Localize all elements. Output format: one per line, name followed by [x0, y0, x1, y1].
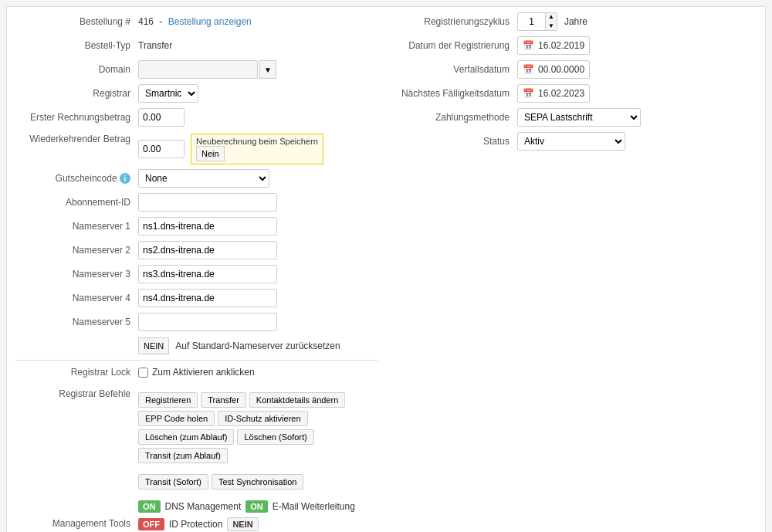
- id-off-badge[interactable]: OFF: [138, 518, 164, 530]
- nein-toggle-btn[interactable]: NEIN: [138, 337, 169, 354]
- abonnement-label: Abonnement-ID: [15, 197, 138, 208]
- bestellung-number: 416: [138, 16, 154, 27]
- btn-transfer[interactable]: Transfer: [201, 392, 246, 408]
- ns5-input[interactable]: [138, 313, 277, 331]
- nein-button[interactable]: Nein: [196, 146, 225, 161]
- ns4-input[interactable]: [138, 289, 277, 307]
- domain-label: Domain: [15, 64, 138, 75]
- domain-input-wrap: ▼: [138, 60, 276, 79]
- ns2-input[interactable]: [138, 241, 277, 259]
- btn-transit-sofort[interactable]: Transit (Sofort): [138, 474, 208, 490]
- dns-mgmt-label: DNS Management: [165, 501, 242, 512]
- btn-kontaktdetails[interactable]: Kontaktdetails ändern: [249, 392, 345, 408]
- zahlungs-select[interactable]: SEPA Lastschrift: [517, 108, 641, 127]
- mgmt-row: ON DNS Management ON E-Mail Weiterleitun…: [138, 497, 378, 532]
- id-protection-label: ID Protection: [169, 519, 222, 530]
- mgmt-label: Management Tools: [15, 518, 138, 529]
- naechstes-label: Nächstes Fälligkeitsdatum: [394, 88, 517, 99]
- datum-reg-value: 16.02.2019: [538, 40, 584, 51]
- cal-icon-reg: 📅: [523, 40, 534, 51]
- datum-reg-field[interactable]: 📅 16.02.2019: [517, 36, 590, 55]
- bestell-typ-value: Transfer: [138, 40, 172, 51]
- email-on-badge[interactable]: ON: [245, 500, 268, 513]
- domain-input[interactable]: [138, 60, 258, 79]
- gutschein-label: Gutscheincode i: [15, 173, 138, 185]
- ns3-input[interactable]: [138, 265, 277, 283]
- ns1-input[interactable]: [138, 217, 277, 236]
- datum-reg-label: Datum der Registrierung: [394, 40, 517, 51]
- spin-btns: ▲ ▼: [545, 12, 557, 31]
- bestellung-label: Bestellung #: [15, 16, 138, 27]
- gutschein-select[interactable]: None: [138, 169, 269, 188]
- ns5-label: Nameserver 5: [15, 317, 138, 327]
- verfalls-field[interactable]: 📅 00.00.0000: [517, 60, 590, 79]
- reg-zyklus-spin[interactable]: ▲ ▼: [517, 12, 557, 31]
- verfalls-value: 00.00.0000: [538, 64, 584, 75]
- dns-on-badge[interactable]: ON: [138, 500, 161, 513]
- spin-down-btn[interactable]: ▼: [546, 22, 557, 31]
- gutschein-info-icon[interactable]: i: [120, 173, 130, 184]
- cmd-buttons-row1: Registrieren Transfer Kontaktdetails änd…: [138, 388, 378, 467]
- registrar-befehle-label: Registrar Befehle: [15, 388, 138, 399]
- ns4-label: Nameserver 4: [15, 293, 138, 303]
- spin-up-btn[interactable]: ▲: [546, 12, 557, 22]
- domain-dropdown-btn[interactable]: ▼: [259, 60, 276, 79]
- registrar-label: Registrar: [15, 88, 138, 99]
- cal-icon-verfall: 📅: [523, 64, 534, 75]
- btn-transit-ablauf[interactable]: Transit (zum Ablauf): [138, 448, 228, 463]
- cmd-buttons-row2: Transit (Sofort) Test Synchronisation: [138, 470, 303, 493]
- registrar-lock-text: Zum Aktivieren anklicken: [152, 367, 255, 378]
- erster-betrag-input[interactable]: [138, 108, 185, 127]
- reg-zyklus-label: Registrierungszyklus: [394, 16, 517, 27]
- btn-loeschen-ablauf[interactable]: Löschen (zum Ablauf): [138, 429, 234, 445]
- ns2-label: Nameserver 2: [15, 245, 138, 256]
- status-label: Status: [394, 136, 517, 147]
- zahlungs-label: Zahlungsmethode: [394, 112, 517, 123]
- email-weiter-label: E-Mail Weiterleitung: [273, 501, 355, 512]
- abonnement-input[interactable]: [138, 193, 277, 212]
- registrar-lock-checkbox[interactable]: [138, 368, 148, 378]
- standard-ns-label: Auf Standard-Nameserver zurücksetzen: [175, 341, 340, 351]
- erster-betrag-label: Erster Rechnungsbetrag: [15, 112, 138, 123]
- registrar-lock-label: Registrar Lock: [15, 367, 138, 378]
- neuberechnung-title: Neuberechnung beim Speichern: [196, 137, 318, 146]
- wiederkehr-input[interactable]: [138, 140, 185, 158]
- btn-test-sync[interactable]: Test Synchronisation: [212, 474, 304, 490]
- registrar-select[interactable]: Smartnic: [138, 84, 198, 103]
- btn-registrieren[interactable]: Registrieren: [138, 392, 198, 408]
- ns1-label: Nameserver 1: [15, 221, 138, 232]
- naechstes-field[interactable]: 📅 16.02.2023: [517, 84, 590, 103]
- btn-id-schutz[interactable]: ID-Schutz aktivieren: [218, 411, 307, 426]
- ns3-label: Nameserver 3: [15, 269, 138, 280]
- neuberechnung-box: Neuberechnung beim Speichern Nein: [191, 134, 323, 164]
- cal-icon-naechstes: 📅: [523, 88, 534, 99]
- bestell-typ-label: Bestell-Typ: [15, 40, 138, 51]
- btn-loeschen-sofort[interactable]: Löschen (Sofort): [237, 429, 313, 445]
- bestellung-link[interactable]: Bestellung anzeigen: [168, 16, 252, 27]
- btn-epp[interactable]: EPP Code holen: [138, 411, 215, 426]
- jahre-label: Jahre: [564, 16, 587, 27]
- wiederkehr-label: Wiederkehrender Betrag: [15, 134, 138, 144]
- auto-nein-badge[interactable]: NEIN: [227, 517, 258, 531]
- reg-zyklus-input[interactable]: [518, 13, 545, 30]
- verfalls-label: Verfallsdatum: [394, 64, 517, 75]
- naechstes-value: 16.02.2023: [538, 88, 584, 99]
- registrar-lock-checkbox-label[interactable]: Zum Aktivieren anklicken: [138, 367, 255, 378]
- status-select[interactable]: Aktiv: [517, 132, 625, 151]
